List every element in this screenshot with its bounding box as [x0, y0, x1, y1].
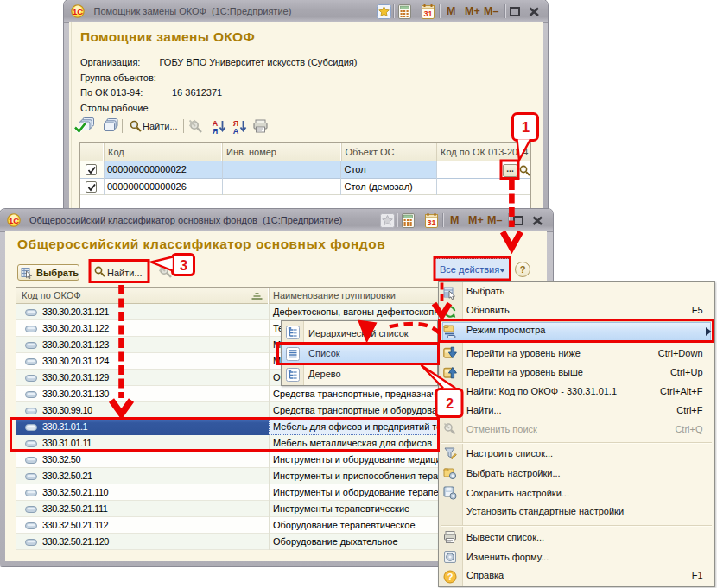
svg-text:2: 2 — [446, 395, 454, 411]
svg-text:3: 3 — [180, 257, 187, 273]
svg-text:1: 1 — [522, 119, 530, 135]
